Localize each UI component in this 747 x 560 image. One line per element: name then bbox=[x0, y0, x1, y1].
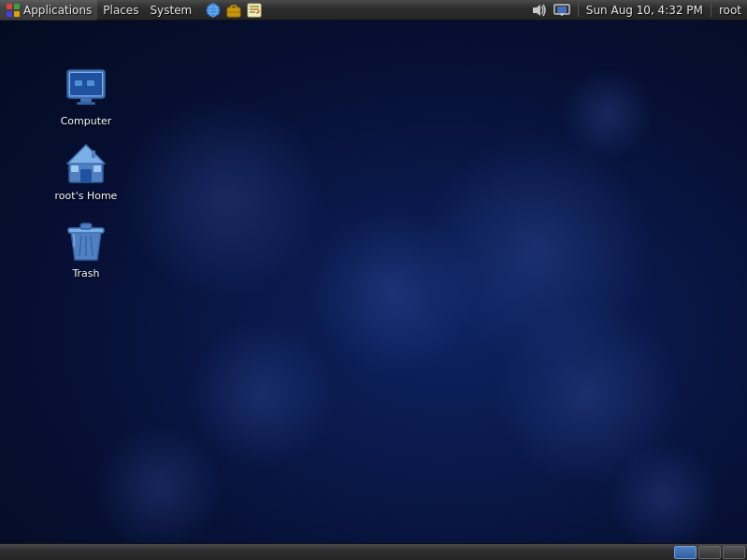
taskbar-right: Sun Aug 10, 4:32 PM root bbox=[531, 3, 747, 18]
home-label: root's Home bbox=[55, 190, 118, 202]
svg-rect-25 bbox=[80, 98, 92, 102]
svg-rect-2 bbox=[7, 11, 12, 17]
svg-rect-26 bbox=[77, 102, 95, 105]
svg-rect-34 bbox=[92, 151, 95, 158]
tray-separator bbox=[578, 4, 579, 17]
svg-rect-31 bbox=[80, 169, 92, 182]
briefcase-icon[interactable] bbox=[225, 2, 242, 19]
home-icon-desktop[interactable]: root's Home bbox=[49, 137, 123, 206]
computer-svg bbox=[64, 66, 108, 111]
volume-icon[interactable] bbox=[531, 3, 548, 18]
svg-rect-32 bbox=[71, 165, 79, 172]
places-label: Places bbox=[103, 4, 138, 17]
svg-rect-36 bbox=[80, 223, 92, 229]
svg-rect-1 bbox=[14, 4, 20, 9]
applet-icons bbox=[205, 2, 263, 19]
applications-icon bbox=[6, 3, 21, 18]
svg-rect-28 bbox=[87, 80, 94, 86]
edit-icon[interactable] bbox=[246, 2, 263, 19]
places-menu[interactable]: Places bbox=[97, 0, 144, 21]
trash-icon-desktop[interactable]: Trash bbox=[49, 215, 123, 283]
taskbar-left: Applications Places System bbox=[0, 0, 531, 21]
system-menu[interactable]: System bbox=[144, 0, 197, 21]
svg-marker-30 bbox=[67, 145, 105, 164]
workspace-2-button[interactable] bbox=[698, 546, 721, 559]
applications-menu[interactable]: Applications bbox=[0, 0, 97, 21]
svg-rect-33 bbox=[93, 165, 101, 172]
svg-rect-12 bbox=[248, 4, 261, 17]
svg-marker-17 bbox=[533, 5, 540, 16]
workspace-1-button[interactable] bbox=[674, 546, 697, 559]
svg-rect-3 bbox=[14, 11, 20, 17]
svg-rect-0 bbox=[7, 4, 12, 9]
bokeh-1 bbox=[122, 95, 327, 301]
network-icon[interactable] bbox=[553, 3, 570, 18]
system-label: System bbox=[150, 4, 192, 17]
desktop: Computer root's Home bbox=[0, 21, 747, 543]
workspace-3-button[interactable] bbox=[723, 546, 745, 559]
computer-icon-desktop[interactable]: Computer bbox=[49, 63, 123, 131]
home-svg bbox=[64, 141, 108, 186]
bokeh-6 bbox=[93, 423, 224, 543]
computer-label: Computer bbox=[61, 115, 112, 127]
user-label: root bbox=[719, 4, 741, 17]
bokeh-7 bbox=[608, 441, 720, 543]
top-taskbar: Applications Places System bbox=[0, 0, 747, 21]
datetime-label: Sun Aug 10, 4:32 PM bbox=[586, 4, 703, 17]
datetime-separator bbox=[711, 4, 711, 17]
applications-label: Applications bbox=[23, 4, 92, 17]
svg-rect-19 bbox=[557, 7, 567, 13]
bokeh-8 bbox=[561, 67, 654, 161]
bottom-panel bbox=[0, 543, 747, 560]
trash-label: Trash bbox=[72, 267, 99, 280]
trash-svg bbox=[64, 219, 108, 264]
svg-rect-27 bbox=[75, 80, 82, 86]
globe-icon[interactable] bbox=[205, 2, 222, 19]
